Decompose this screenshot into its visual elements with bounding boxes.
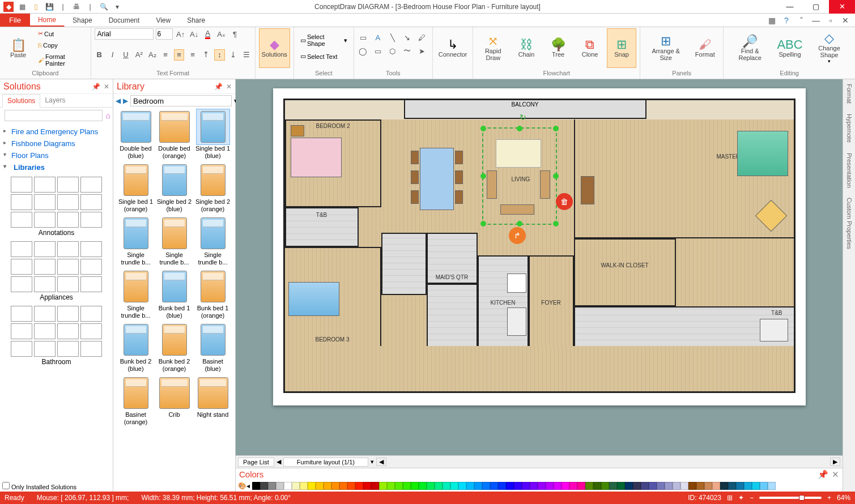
furn-chair[interactable]	[411, 170, 419, 184]
page-current[interactable]: Furniture layout (1/1)	[283, 458, 368, 467]
libcat-thumb[interactable]	[34, 306, 56, 322]
libcat-thumb[interactable]	[34, 323, 56, 339]
tool-rect-icon[interactable]: ▭	[358, 32, 369, 43]
color-swatch[interactable]	[752, 482, 760, 490]
lib-next-icon[interactable]: ▶	[123, 97, 128, 105]
change-shape-button[interactable]: ◇Change Shape▾	[807, 28, 852, 68]
side-tab-format[interactable]: Format	[846, 84, 853, 104]
window-close-icon[interactable]: ✕	[840, 16, 850, 25]
zoom-percent[interactable]: 64%	[837, 494, 850, 502]
tool-arrow-icon[interactable]: ↘	[402, 32, 413, 43]
subtab-solutions[interactable]: Solutions	[2, 94, 40, 108]
subscript-icon[interactable]: A₂	[147, 49, 157, 61]
libcat-thumb[interactable]	[80, 241, 102, 257]
paragraph-icon[interactable]: ¶	[229, 28, 241, 40]
libcat-thumb[interactable]	[80, 177, 102, 193]
libcat-thumb[interactable]	[80, 341, 102, 357]
color-swatch[interactable]	[601, 482, 609, 490]
color-swatch[interactable]	[379, 482, 387, 490]
help-icon[interactable]: ?	[781, 16, 792, 25]
libcat-thumb[interactable]	[11, 341, 32, 357]
libcat-thumb[interactable]	[57, 276, 79, 292]
color-swatch[interactable]	[649, 482, 657, 490]
furn-chair-master[interactable]	[755, 200, 787, 232]
color-swatch[interactable]	[490, 482, 498, 490]
furn-chair[interactable]	[411, 190, 419, 204]
color-swatch[interactable]	[617, 482, 625, 490]
libcat-thumb[interactable]	[80, 306, 102, 322]
furn-stove[interactable]	[507, 274, 526, 293]
library-shape[interactable]: Crib	[156, 375, 193, 427]
align-middle-icon[interactable]: ↕	[214, 49, 225, 61]
library-shape[interactable]: Single trundle b...	[195, 215, 231, 267]
format-painter-button[interactable]: 🖌Format Painter	[35, 52, 87, 69]
color-swatch[interactable]	[427, 482, 435, 490]
color-swatch[interactable]	[625, 482, 633, 490]
library-shape[interactable]: Night stand	[195, 375, 231, 427]
canvas-scroll[interactable]: BALCONY BEDROOM 2 T&B BEDROOM 3	[236, 79, 843, 455]
library-shape[interactable]: Single bed 2 (blue)	[156, 162, 193, 214]
color-swatch[interactable]	[316, 482, 324, 490]
libcat-thumb[interactable]	[80, 276, 102, 292]
menu-tab-document[interactable]: Document	[101, 14, 148, 27]
furn-dining-table[interactable]	[420, 148, 454, 210]
tool-brush-icon[interactable]: 🖊	[416, 32, 428, 43]
library-shape[interactable]: Bunk bed 1 (blue)	[156, 268, 193, 321]
font-size-input[interactable]	[156, 28, 173, 40]
color-swatch[interactable]	[355, 482, 363, 490]
color-swatch[interactable]	[331, 482, 339, 490]
zoom-in-icon[interactable]: +	[827, 494, 831, 502]
window-min-icon[interactable]: —	[811, 16, 821, 25]
page-prev-icon[interactable]: ◀	[277, 458, 281, 465]
library-shape[interactable]: Bunk bed 2 (orange)	[156, 322, 193, 374]
color-swatch[interactable]	[696, 482, 704, 490]
status-snap-icon[interactable]: ✦	[738, 494, 744, 502]
tree-button[interactable]: 🌳Tree	[543, 28, 573, 68]
libcat-thumb[interactable]	[57, 341, 79, 357]
color-swatch[interactable]	[260, 482, 268, 490]
clear-format-icon[interactable]: Aₓ	[216, 28, 227, 40]
rapid-draw-button[interactable]: ⤧Rapid Draw	[477, 28, 509, 68]
selection-living[interactable]: ↻	[482, 127, 557, 225]
find-replace-button[interactable]: 🔎Find & Replace	[727, 28, 773, 68]
library-shape[interactable]: Single bed 2 (orange)	[195, 162, 231, 214]
color-swatch[interactable]	[665, 482, 673, 490]
library-category-input[interactable]	[130, 95, 232, 106]
color-swatch[interactable]	[673, 482, 680, 490]
libcat-thumb[interactable]	[34, 212, 56, 228]
library-shape[interactable]: Double bed (blue)	[118, 109, 154, 161]
page-scroll-left-icon[interactable]: ◀	[376, 458, 386, 466]
color-swatch[interactable]	[609, 482, 617, 490]
libcat-thumb[interactable]	[34, 276, 56, 292]
color-swatch[interactable]	[514, 482, 522, 490]
tool-ellipse-icon[interactable]: ◯	[358, 45, 369, 57]
color-swatch[interactable]	[538, 482, 546, 490]
libcat-thumb[interactable]	[80, 194, 102, 210]
align-right-icon[interactable]: ≡	[188, 49, 197, 61]
shrink-font-icon[interactable]: A↓	[189, 28, 200, 40]
libcat-thumb[interactable]	[11, 276, 32, 292]
page-next-icon[interactable]: ▾	[371, 458, 374, 465]
tool-line-icon[interactable]: ╲	[387, 32, 398, 43]
select-shape-button[interactable]: ▭ Select Shape ▾	[297, 32, 350, 49]
lib-prev-icon[interactable]: ◀	[116, 97, 121, 105]
paste-button[interactable]: 📋Paste	[3, 29, 33, 69]
libcat-thumb[interactable]	[11, 212, 32, 228]
color-swatch[interactable]	[641, 482, 649, 490]
color-swatch[interactable]	[704, 482, 712, 490]
close-button[interactable]: ✕	[829, 0, 855, 14]
libcat-thumb[interactable]	[34, 241, 56, 257]
color-swatch[interactable]	[387, 482, 395, 490]
connector-button[interactable]: ↳Connector	[436, 28, 470, 68]
color-swatch[interactable]	[411, 482, 419, 490]
color-swatch[interactable]	[736, 482, 744, 490]
libcat-thumb[interactable]	[34, 259, 56, 275]
only-installed-checkbox[interactable]: Only Installed Solutions	[2, 482, 76, 490]
libcat-thumb[interactable]	[11, 259, 32, 275]
libcat-thumb[interactable]	[80, 259, 102, 275]
libcat-thumb[interactable]	[80, 323, 102, 339]
solutions-button[interactable]: ◆Solutions	[259, 28, 290, 68]
color-swatch[interactable]	[284, 482, 292, 490]
solutions-search-input[interactable]	[5, 110, 103, 121]
color-swatch[interactable]	[712, 482, 720, 490]
